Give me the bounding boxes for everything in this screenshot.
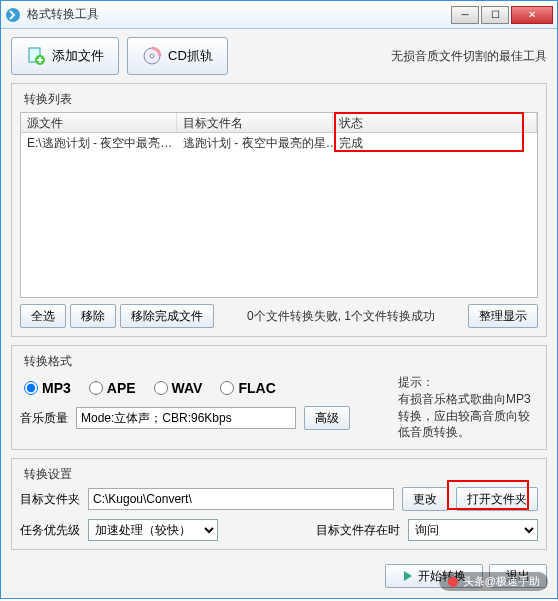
add-file-button[interactable]: 添加文件 <box>11 37 119 75</box>
remove-done-button[interactable]: 移除完成文件 <box>120 304 214 328</box>
radio-ape[interactable]: APE <box>89 380 136 396</box>
priority-select[interactable]: 加速处理（较快） <box>88 519 218 541</box>
svg-point-5 <box>448 577 458 587</box>
add-file-label: 添加文件 <box>52 47 104 65</box>
file-list[interactable]: 源文件 目标文件名 状态 E:\逃跑计划 - 夜空中最亮… 逃跑计划 - 夜空中… <box>20 112 538 298</box>
radio-flac[interactable]: FLAC <box>220 380 275 396</box>
change-folder-button[interactable]: 更改 <box>402 487 448 511</box>
format-radios: MP3 APE WAV FLAC <box>20 374 384 402</box>
settings-group: 转换设置 目标文件夹 更改 打开文件夹 任务优先级 加速处理（较快） 目标文件存… <box>11 458 547 550</box>
quality-input[interactable] <box>76 407 296 429</box>
settings-label: 转换设置 <box>20 466 76 483</box>
radio-mp3[interactable]: MP3 <box>24 380 71 396</box>
radio-flac-input[interactable] <box>220 381 234 395</box>
list-row[interactable]: E:\逃跑计划 - 夜空中最亮… 逃跑计划 - 夜空中最亮的星… 完成 <box>21 133 537 151</box>
list-header: 源文件 目标文件名 状态 <box>21 113 537 133</box>
exists-label: 目标文件存在时 <box>316 522 400 539</box>
cd-rip-button[interactable]: CD抓轨 <box>127 37 228 75</box>
cell-status: 完成 <box>333 133 537 151</box>
watermark-icon <box>447 576 459 588</box>
close-button[interactable]: ✕ <box>511 6 553 24</box>
hint-box: 提示： 有损音乐格式歌曲向MP3转换，应由较高音质向较低音质转换。 <box>398 374 538 441</box>
col-status[interactable]: 状态 <box>333 113 537 132</box>
col-source[interactable]: 源文件 <box>21 113 177 132</box>
titlebar: 格式转换工具 ─ ☐ ✕ <box>1 1 557 29</box>
cd-icon <box>142 46 162 66</box>
priority-label: 任务优先级 <box>20 522 80 539</box>
app-window: 格式转换工具 ─ ☐ ✕ 添加文件 CD抓轨 无损音质文件切割的最佳工具 转换列… <box>0 0 558 599</box>
cell-target: 逃跑计划 - 夜空中最亮的星… <box>177 133 333 151</box>
cd-rip-label: CD抓轨 <box>168 47 213 65</box>
radio-mp3-input[interactable] <box>24 381 38 395</box>
maximize-button[interactable]: ☐ <box>481 6 509 24</box>
play-icon <box>402 570 414 582</box>
tagline: 无损音质文件切割的最佳工具 <box>391 48 547 65</box>
convert-list-group: 转换列表 源文件 目标文件名 状态 E:\逃跑计划 - 夜空中最亮… 逃跑计划 … <box>11 83 547 337</box>
titlebar-title: 格式转换工具 <box>27 6 451 23</box>
cell-source: E:\逃跑计划 - 夜空中最亮… <box>21 133 177 151</box>
quality-label: 音乐质量 <box>20 410 68 427</box>
radio-wav-input[interactable] <box>154 381 168 395</box>
hint-body: 有损音乐格式歌曲向MP3转换，应由较高音质向较低音质转换。 <box>398 391 538 441</box>
radio-wav[interactable]: WAV <box>154 380 203 396</box>
folder-input[interactable] <box>88 488 394 510</box>
col-target[interactable]: 目标文件名 <box>177 113 333 132</box>
hint-title: 提示： <box>398 374 538 391</box>
svg-point-4 <box>150 54 154 58</box>
exists-select[interactable]: 询问 <box>408 519 538 541</box>
add-file-icon <box>26 46 46 66</box>
format-group: 转换格式 MP3 APE WAV FLAC 音乐质量 高级 <box>11 345 547 450</box>
minimize-button[interactable]: ─ <box>451 6 479 24</box>
advanced-button[interactable]: 高级 <box>304 406 350 430</box>
app-icon <box>5 7 21 23</box>
radio-ape-input[interactable] <box>89 381 103 395</box>
folder-label: 目标文件夹 <box>20 491 80 508</box>
convert-list-label: 转换列表 <box>20 91 76 108</box>
conversion-status: 0个文件转换失败, 1个文件转换成功 <box>218 308 464 325</box>
format-label: 转换格式 <box>20 353 76 370</box>
tidy-button[interactable]: 整理显示 <box>468 304 538 328</box>
watermark: 头条@极速手助 <box>439 572 548 591</box>
remove-button[interactable]: 移除 <box>70 304 116 328</box>
open-folder-button[interactable]: 打开文件夹 <box>456 487 538 511</box>
select-all-button[interactable]: 全选 <box>20 304 66 328</box>
